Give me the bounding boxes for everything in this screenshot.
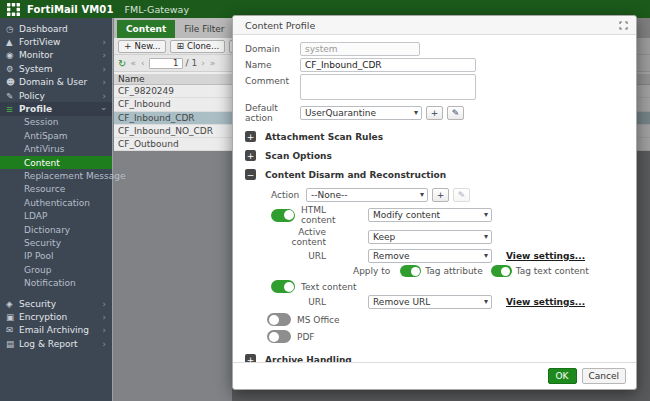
section-attachment-scan-rules[interactable]: + Attachment Scan Rules xyxy=(245,131,636,142)
sidebar-item-ldap[interactable]: LDAP xyxy=(0,209,112,222)
dashboard-icon: ◷ xyxy=(6,24,19,34)
chevron-right-icon: › xyxy=(103,92,106,100)
sidebar-item-resource[interactable]: Resource xyxy=(0,183,112,196)
tab-file-filter[interactable]: File Filter xyxy=(175,20,233,38)
sidebar-item-group[interactable]: Group xyxy=(0,263,112,276)
active-content-label: Active content xyxy=(265,227,326,247)
sidebar-item-encryption[interactable]: ▣ Encryption › xyxy=(0,310,112,323)
clone-button[interactable]: ⊞ Clone... xyxy=(170,40,225,53)
sidebar-item-fortiview[interactable]: ▲ FortiView › xyxy=(0,35,112,48)
sidebar-item-ip-pool[interactable]: IP Pool xyxy=(0,250,112,263)
chevron-right-icon: › xyxy=(103,38,106,46)
comment-field[interactable] xyxy=(300,74,476,100)
url-select[interactable]: Remove xyxy=(368,249,492,263)
chevron-right-icon: › xyxy=(103,300,106,308)
new-button[interactable]: + New... xyxy=(118,40,166,53)
edit-action-button[interactable]: ✎ xyxy=(447,106,464,120)
sidebar-divider xyxy=(0,290,112,297)
sidebar-item-security-profile[interactable]: Security xyxy=(0,236,112,249)
ms-office-label: MS Office xyxy=(297,315,340,325)
sidebar-item-email-archiving[interactable]: ✉ Email Archiving › xyxy=(0,324,112,337)
plus-icon: + xyxy=(431,108,439,118)
sidebar: ◷ Dashboard ▲ FortiView › ◉ Monitor › ⚙ … xyxy=(0,18,113,401)
edit-icon: ✎ xyxy=(458,190,466,200)
cdr-action-label: Action xyxy=(271,190,298,200)
page-number-input[interactable] xyxy=(149,58,183,69)
lock-icon: ▣ xyxy=(6,312,19,322)
html-content-toggle[interactable] xyxy=(271,209,295,222)
tab-content[interactable]: Content xyxy=(117,20,175,38)
sidebar-item-policy[interactable]: ✎ Policy › xyxy=(0,89,112,102)
sidebar-item-domain-user[interactable]: ☻ Domain & User › xyxy=(0,76,112,89)
url2-select[interactable]: Remove URL xyxy=(368,295,492,309)
sidebar-item-authentication[interactable]: Authentication xyxy=(0,196,112,209)
ok-button[interactable]: OK xyxy=(548,368,577,384)
first-page-button[interactable]: « xyxy=(129,58,137,68)
sidebar-item-system[interactable]: ⚙ System › xyxy=(0,62,112,75)
expand-plus-icon: + xyxy=(245,354,256,362)
section-archive-handling[interactable]: + Archive Handling xyxy=(245,354,636,362)
sidebar-item-monitor[interactable]: ◉ Monitor › xyxy=(0,49,112,62)
section-scan-options[interactable]: + Scan Options xyxy=(245,150,636,161)
sidebar-item-session[interactable]: Session xyxy=(0,116,112,129)
sidebar-item-log-report[interactable]: ▤ Log & Report › xyxy=(0,337,112,350)
cancel-button[interactable]: Cancel xyxy=(582,368,627,384)
sidebar-item-antivirus[interactable]: AntiVirus xyxy=(0,143,112,156)
sidebar-item-antispam[interactable]: AntiSpam xyxy=(0,129,112,142)
name-field[interactable] xyxy=(300,58,476,72)
monitor-icon: ◉ xyxy=(6,50,19,60)
domain-label: Domain xyxy=(245,44,300,54)
cdr-action-select[interactable]: --None-- xyxy=(306,188,428,202)
chevron-right-icon: › xyxy=(103,65,106,73)
domain-field[interactable] xyxy=(300,42,420,56)
expand-plus-icon: + xyxy=(245,131,256,142)
default-action-select[interactable]: UserQuarantine xyxy=(300,106,422,120)
chevron-right-icon: › xyxy=(103,340,106,348)
cdr-section-body: Action --None-- + ✎ HTML content Modify … xyxy=(265,188,636,343)
next-page-button[interactable]: › xyxy=(200,58,206,68)
expand-icon[interactable] xyxy=(619,21,628,30)
tag-attribute-toggle[interactable] xyxy=(400,265,421,277)
sidebar-item-replacement-message[interactable]: Replacement Message xyxy=(0,169,112,182)
last-page-button[interactable]: » xyxy=(209,58,217,68)
ms-office-toggle[interactable] xyxy=(267,313,291,326)
comment-label: Comment xyxy=(245,74,300,86)
sidebar-item-profile[interactable]: ≡ Profile › xyxy=(0,102,112,115)
url2-label: URL xyxy=(265,297,326,307)
url-label: URL xyxy=(265,251,326,261)
cdr-add-action-button[interactable]: + xyxy=(432,188,449,202)
sidebar-item-dictionary[interactable]: Dictionary xyxy=(0,223,112,236)
sidebar-item-content[interactable]: Content xyxy=(0,156,112,169)
section-cdr[interactable]: − Content Disarm and Reconstruction xyxy=(245,169,636,180)
pdf-toggle[interactable] xyxy=(267,330,291,343)
sidebar-item-security[interactable]: ◈ Security › xyxy=(0,297,112,310)
user-icon: ☻ xyxy=(6,77,19,87)
chevron-right-icon: › xyxy=(103,313,106,321)
active-content-select[interactable]: Keep xyxy=(368,230,492,244)
prev-page-button[interactable]: ‹ xyxy=(140,58,146,68)
html-content-select[interactable]: Modify content xyxy=(368,208,492,222)
fortiview-icon: ▲ xyxy=(6,37,19,47)
tag-text-content-toggle[interactable] xyxy=(491,265,512,277)
text-content-toggle[interactable] xyxy=(271,280,295,293)
sidebar-item-notification[interactable]: Notification xyxy=(0,276,112,289)
fortimail-screen: FortiMail VM01 FML-Gateway ◷ Dashboard ▲… xyxy=(0,0,650,401)
sidebar-item-dashboard[interactable]: ◷ Dashboard xyxy=(0,22,112,35)
mail-icon: ✉ xyxy=(6,325,19,335)
expand-plus-icon: + xyxy=(245,150,256,161)
page-count-label: / 1 xyxy=(186,58,198,68)
clone-icon: ⊞ xyxy=(176,41,184,51)
plus-icon: + xyxy=(124,41,132,51)
cdr-edit-action-button: ✎ xyxy=(453,188,470,202)
dialog-title-bar: Content Profile xyxy=(233,16,636,35)
content-profile-dialog: Content Profile Domain Name Comment De xyxy=(232,15,637,390)
view-settings-link[interactable]: View settings... xyxy=(506,297,585,307)
add-action-button[interactable]: + xyxy=(426,106,443,120)
refresh-icon[interactable]: ↻ xyxy=(118,58,126,69)
view-settings-link[interactable]: View settings... xyxy=(506,251,585,261)
shield-icon: ◈ xyxy=(6,299,19,309)
profile-icon: ≡ xyxy=(6,104,19,114)
chevron-right-icon: › xyxy=(103,326,106,334)
system-gear-icon: ⚙ xyxy=(6,64,19,74)
report-icon: ▤ xyxy=(6,339,19,349)
